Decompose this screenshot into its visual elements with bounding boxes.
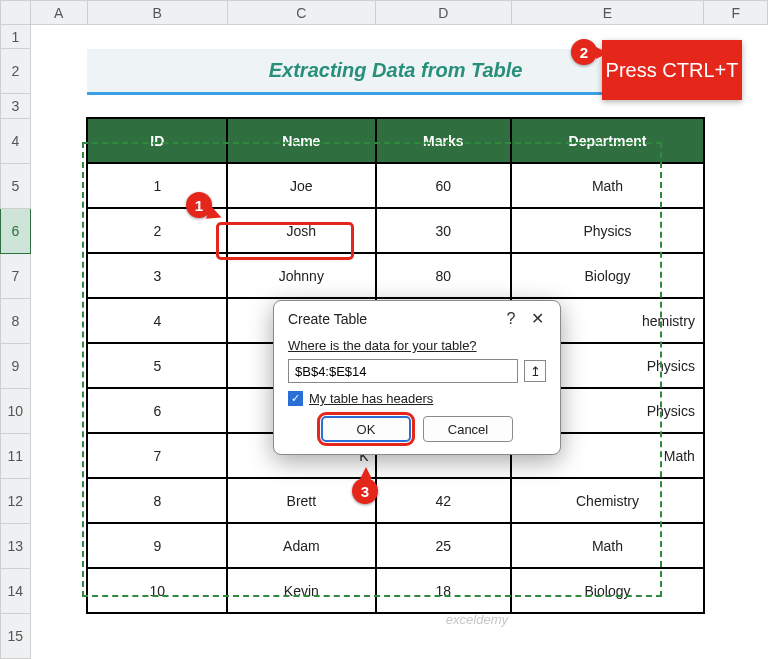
cell-E12[interactable]: Chemistry xyxy=(511,478,704,523)
dialog-help-button[interactable]: ? xyxy=(498,310,524,328)
cell-D13[interactable]: 25 xyxy=(376,523,512,568)
table-header-id: ID xyxy=(87,118,227,163)
callout-badge-2: 2 xyxy=(571,39,597,65)
callout-badge-3: 3 xyxy=(352,478,378,504)
headers-checkbox-label: My table has headers xyxy=(309,391,433,406)
callout-badge-1: 1 xyxy=(186,192,212,218)
ok-button[interactable]: OK xyxy=(321,416,411,442)
cell-B13[interactable]: 9 xyxy=(87,523,227,568)
cell-C5[interactable]: Joe xyxy=(227,163,375,208)
cell-B7[interactable]: 3 xyxy=(87,253,227,298)
cell-B14[interactable]: 10 xyxy=(87,568,227,613)
row-header-14[interactable]: 14 xyxy=(1,568,31,613)
cell-B8[interactable]: 4 xyxy=(87,298,227,343)
cell-D5[interactable]: 60 xyxy=(376,163,512,208)
row-header-7[interactable]: 7 xyxy=(1,253,31,298)
collapse-icon: ↥ xyxy=(530,364,541,379)
checkmark-icon: ✓ xyxy=(291,392,300,405)
row-header-4[interactable]: 4 xyxy=(1,118,31,163)
dialog-title: Create Table xyxy=(288,311,498,327)
cell-C13[interactable]: Adam xyxy=(227,523,375,568)
cell-B10[interactable]: 6 xyxy=(87,388,227,433)
range-picker-button[interactable]: ↥ xyxy=(524,360,546,382)
col-header-F[interactable]: F xyxy=(704,1,768,25)
cell-B12[interactable]: 8 xyxy=(87,478,227,523)
dialog-question: Where is the data for your table? xyxy=(274,334,560,359)
row-header-6[interactable]: 6 xyxy=(1,208,31,253)
col-header-D[interactable]: D xyxy=(376,1,512,25)
table-header-marks: Marks xyxy=(376,118,512,163)
col-header-C[interactable]: C xyxy=(227,1,375,25)
watermark: exceldemy xyxy=(446,612,508,627)
table-header-name: Name xyxy=(227,118,375,163)
headers-checkbox[interactable]: ✓ xyxy=(288,391,303,406)
cell-C14[interactable]: Kevin xyxy=(227,568,375,613)
cell-E7[interactable]: Biology xyxy=(511,253,704,298)
row-header-15[interactable]: 15 xyxy=(1,613,31,658)
row-header-9[interactable]: 9 xyxy=(1,343,31,388)
cell-E14[interactable]: Biology xyxy=(511,568,704,613)
table-range-input[interactable] xyxy=(288,359,518,383)
row-header-12[interactable]: 12 xyxy=(1,478,31,523)
dialog-close-button[interactable]: ✕ xyxy=(524,309,550,328)
cell-D6[interactable]: 30 xyxy=(376,208,512,253)
row-header-11[interactable]: 11 xyxy=(1,433,31,478)
press-ctrl-t-banner: Press CTRL+T xyxy=(602,40,742,100)
row-header-2[interactable]: 2 xyxy=(1,49,31,94)
create-table-dialog: Create Table ? ✕ Where is the data for y… xyxy=(273,300,561,455)
select-all-corner[interactable] xyxy=(1,1,31,25)
row-header-5[interactable]: 5 xyxy=(1,163,31,208)
cell-E6[interactable]: Physics xyxy=(511,208,704,253)
col-header-E[interactable]: E xyxy=(511,1,704,25)
col-header-A[interactable]: A xyxy=(30,1,87,25)
row-header-10[interactable]: 10 xyxy=(1,388,31,433)
col-header-B[interactable]: B xyxy=(87,1,227,25)
cell-D14[interactable]: 18 xyxy=(376,568,512,613)
cell-D12[interactable]: 42 xyxy=(376,478,512,523)
cell-E5[interactable]: Math xyxy=(511,163,704,208)
cell-E13[interactable]: Math xyxy=(511,523,704,568)
cancel-button[interactable]: Cancel xyxy=(423,416,513,442)
row-header-13[interactable]: 13 xyxy=(1,523,31,568)
cell-B9[interactable]: 5 xyxy=(87,343,227,388)
cell-C7[interactable]: Johnny xyxy=(227,253,375,298)
row-header-3[interactable]: 3 xyxy=(1,94,31,118)
cell-D7[interactable]: 80 xyxy=(376,253,512,298)
row-header-8[interactable]: 8 xyxy=(1,298,31,343)
cell-C6[interactable]: Josh xyxy=(227,208,375,253)
row-header-1[interactable]: 1 xyxy=(1,25,31,49)
cell-B11[interactable]: 7 xyxy=(87,433,227,478)
table-header-dept: Department xyxy=(511,118,704,163)
